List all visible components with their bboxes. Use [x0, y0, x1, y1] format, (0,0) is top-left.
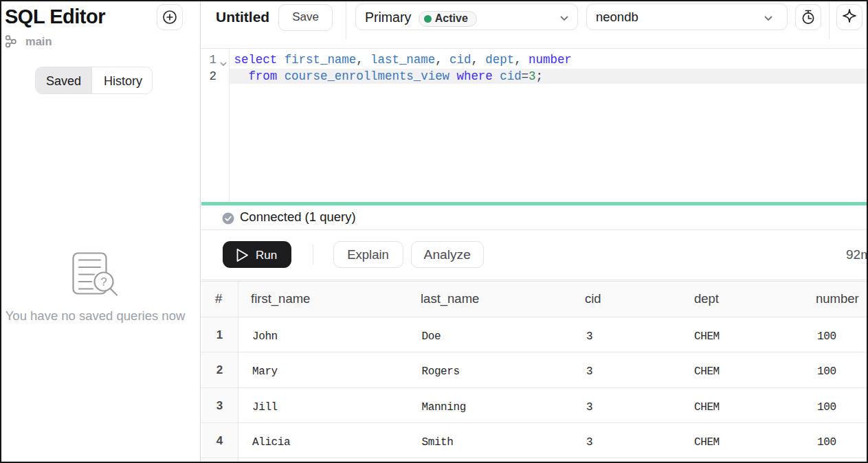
svg-text:?: ?	[100, 275, 107, 289]
